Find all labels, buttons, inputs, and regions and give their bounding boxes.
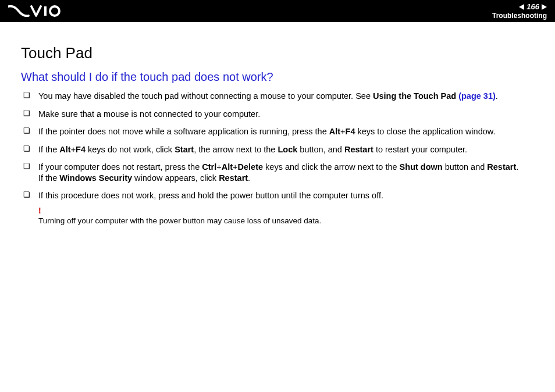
text: . (248, 173, 250, 183)
prev-page-arrow-icon[interactable] (519, 4, 524, 10)
text: + (233, 162, 237, 172)
text: to restart your computer. (373, 145, 467, 154)
key-f4: F4 (76, 145, 86, 154)
key-alt: Alt (59, 145, 70, 154)
list-item: You may have disabled the touch pad with… (38, 91, 534, 102)
page-question: What should I do if the touch pad does n… (21, 70, 534, 84)
key-delete: Delete (238, 162, 264, 172)
section-label: Troubleshooting (492, 12, 547, 20)
text: You may have disabled the touch pad with… (38, 91, 373, 101)
btn-restart: Restart (487, 162, 516, 172)
text: If the (38, 145, 59, 154)
text: + (71, 145, 76, 154)
text: . (516, 162, 518, 172)
warning-block: ! Turning off your computer with the pow… (21, 206, 534, 226)
ref-title: Using the Touch Pad (373, 91, 456, 101)
svg-rect-0 (44, 6, 47, 16)
vaio-logo-svg (8, 5, 62, 17)
text: keys do not work, click (86, 145, 175, 154)
text: + (340, 127, 345, 136)
vaio-logo (8, 5, 62, 17)
win-security: Windows Security (59, 173, 132, 183)
text: . (496, 91, 498, 101)
page-nav: 166 (492, 2, 547, 11)
list-item: If this procedure does not work, press a… (38, 190, 534, 201)
page-link[interactable]: (page 31) (456, 91, 496, 101)
key-ctrl: Ctrl (202, 162, 216, 172)
list-item: If your computer does not restart, press… (38, 162, 534, 183)
key-f4: F4 (346, 127, 355, 136)
page-number: 166 (526, 2, 539, 11)
text: If the pointer does not move while a sof… (38, 127, 329, 136)
text: + (216, 162, 221, 172)
text: , the arrow next to the (194, 145, 278, 154)
text: button, and (297, 145, 344, 154)
text: keys and click the arrow next to the (263, 162, 400, 172)
warning-text: Turning off your computer with the power… (38, 216, 321, 225)
key-alt: Alt (222, 162, 233, 172)
text: keys to close the application window. (355, 127, 495, 136)
page-content: Touch Pad What should I do if the touch … (0, 22, 555, 226)
text: button and (443, 162, 488, 172)
page-title: Touch Pad (21, 44, 534, 62)
text: If your computer does not restart, press… (38, 162, 202, 172)
warning-icon: ! (38, 206, 534, 215)
key-alt: Alt (329, 127, 340, 136)
list-item: If the pointer does not move while a sof… (38, 126, 534, 137)
btn-lock: Lock (278, 145, 297, 154)
btn-shutdown: Shut down (400, 162, 443, 172)
svg-point-1 (50, 6, 59, 16)
header-right: 166 Troubleshooting (492, 2, 547, 20)
btn-start: Start (175, 145, 194, 154)
text: If the (38, 173, 59, 183)
bullet-list: You may have disabled the touch pad with… (21, 91, 534, 201)
page-header: 166 Troubleshooting (0, 0, 555, 22)
list-item: If the Alt+F4 keys do not work, click St… (38, 144, 534, 155)
btn-restart: Restart (344, 145, 373, 154)
list-item: Make sure that a mouse is not connected … (38, 109, 534, 120)
btn-restart: Restart (219, 173, 248, 183)
next-page-arrow-icon[interactable] (542, 4, 547, 10)
text: window appears, click (132, 173, 219, 183)
